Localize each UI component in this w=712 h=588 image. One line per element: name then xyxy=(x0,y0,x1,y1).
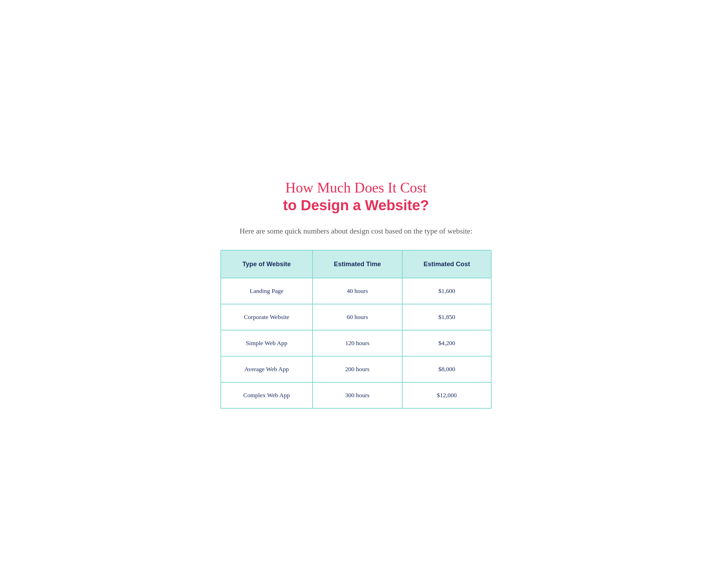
col-header-cost: Estimated Cost xyxy=(402,251,491,278)
table-row: Complex Web App300 hours$12,000 xyxy=(221,382,491,408)
cell-type-4: Complex Web App xyxy=(221,382,313,408)
cell-type-3: Average Web App xyxy=(221,356,313,382)
table-row: Corporate Website60 hours$1,850 xyxy=(221,304,491,330)
cell-cost-0: $1,600 xyxy=(402,278,491,304)
pricing-table: Type of WebsiteEstimated TimeEstimated C… xyxy=(221,251,491,408)
page-container: How Much Does It Cost to Design a Websit… xyxy=(220,179,492,408)
cell-type-0: Landing Page xyxy=(221,278,313,304)
cell-type-2: Simple Web App xyxy=(221,330,313,356)
cell-time-1: 60 hours xyxy=(313,304,403,330)
table-row: Average Web App200 hours$8,000 xyxy=(221,356,491,382)
cell-time-2: 120 hours xyxy=(313,330,403,356)
title-line1: How Much Does It Cost xyxy=(285,180,427,196)
page-title: How Much Does It Cost to Design a Websit… xyxy=(220,179,492,214)
cell-cost-1: $1,850 xyxy=(402,304,491,330)
cell-time-3: 200 hours xyxy=(313,356,403,382)
cell-cost-3: $8,000 xyxy=(402,356,491,382)
header-row: Type of WebsiteEstimated TimeEstimated C… xyxy=(221,251,491,278)
cell-cost-2: $4,200 xyxy=(402,330,491,356)
cell-time-0: 40 hours xyxy=(313,278,403,304)
cell-type-1: Corporate Website xyxy=(221,304,313,330)
subtitle: Here are some quick numbers about design… xyxy=(220,225,492,237)
col-header-type: Type of Website xyxy=(221,251,313,278)
cell-time-4: 300 hours xyxy=(313,382,403,408)
pricing-table-wrapper: Type of WebsiteEstimated TimeEstimated C… xyxy=(220,250,492,409)
table-row: Landing Page40 hours$1,600 xyxy=(221,278,491,304)
table-header: Type of WebsiteEstimated TimeEstimated C… xyxy=(221,251,491,278)
cell-cost-4: $12,000 xyxy=(402,382,491,408)
table-row: Simple Web App120 hours$4,200 xyxy=(221,330,491,356)
col-header-time: Estimated Time xyxy=(313,251,403,278)
title-line2: to Design a Website? xyxy=(283,197,429,213)
table-body: Landing Page40 hours$1,600Corporate Webs… xyxy=(221,278,491,408)
